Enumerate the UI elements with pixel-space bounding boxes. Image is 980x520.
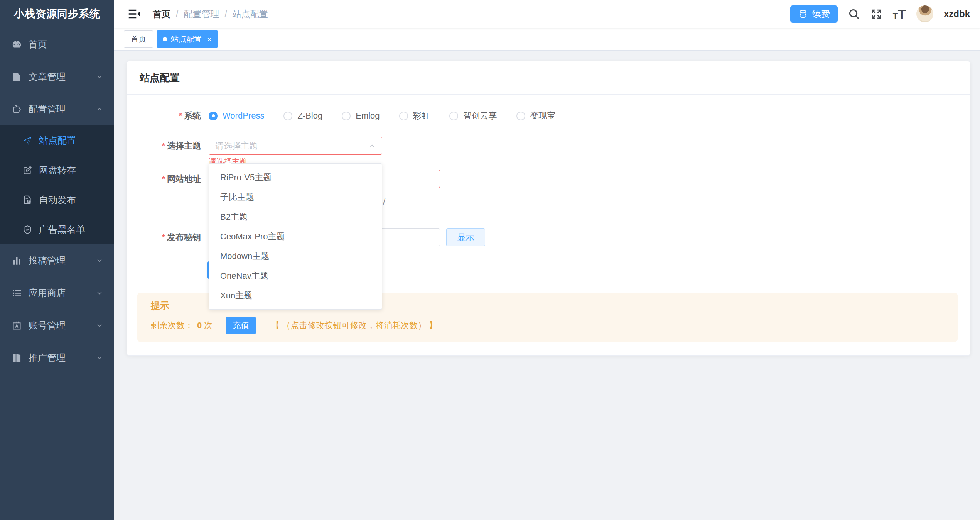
chevron-up-icon bbox=[369, 142, 376, 149]
radio-icon bbox=[342, 112, 351, 120]
topbar: 首页 / 配置管理 / 站点配置 续费 TT xzdbk bbox=[114, 0, 980, 28]
tab-site-config[interactable]: 站点配置 × bbox=[157, 30, 218, 48]
avatar[interactable] bbox=[916, 5, 933, 22]
close-icon[interactable]: × bbox=[207, 36, 212, 43]
sidebar-item-app-store[interactable]: 应用商店 bbox=[0, 277, 114, 309]
id-card-icon bbox=[12, 320, 22, 331]
tab-label: 首页 bbox=[131, 34, 146, 44]
radio-icon bbox=[283, 112, 292, 120]
radio-icon bbox=[209, 112, 218, 120]
sidebar-item-config[interactable]: 配置管理 bbox=[0, 93, 114, 125]
radio-emlog[interactable]: Emlog bbox=[342, 111, 380, 121]
sidebar-item-netdisk[interactable]: 网盘转存 bbox=[0, 155, 114, 185]
sidebar-item-label: 首页 bbox=[29, 38, 47, 51]
send-icon bbox=[22, 136, 32, 146]
fullscreen-icon[interactable] bbox=[870, 8, 882, 20]
recharge-button[interactable]: 充值 bbox=[226, 317, 256, 334]
component-icon bbox=[12, 104, 22, 115]
required-asterisk: * bbox=[162, 141, 165, 151]
notice-note: 【 （点击修改按钮可修改，将消耗次数） 】 bbox=[271, 320, 437, 331]
sidebar-item-label: 账号管理 bbox=[29, 319, 66, 332]
chevron-up-icon bbox=[96, 105, 103, 113]
theme-option-zibi[interactable]: 子比主题 bbox=[209, 187, 382, 207]
shield-check-icon bbox=[22, 225, 32, 235]
radio-zhichuang[interactable]: 智创云享 bbox=[449, 110, 497, 122]
chevron-down-icon bbox=[96, 322, 103, 329]
document-icon bbox=[12, 72, 22, 82]
theme-option-b2[interactable]: B2主题 bbox=[209, 207, 382, 227]
theme-label: *选择主题 bbox=[137, 140, 209, 152]
sidebar-item-articles[interactable]: 文章管理 bbox=[0, 61, 114, 93]
site-url-label: *网站地址 bbox=[137, 173, 209, 185]
site-config-card: 站点配置 *系统 WordPress Z-Blog Emlog 彩虹 智创云享 … bbox=[127, 61, 970, 356]
chevron-down-icon bbox=[96, 354, 103, 362]
radio-zblog[interactable]: Z-Blog bbox=[283, 111, 322, 121]
renew-button[interactable]: 续费 bbox=[790, 5, 838, 23]
breadcrumb: 首页 / 配置管理 / 站点配置 bbox=[153, 8, 268, 20]
sidebar-item-ad-blacklist[interactable]: 广告黑名单 bbox=[0, 215, 114, 244]
sidebar-item-promotion[interactable]: 推广管理 bbox=[0, 342, 114, 374]
chevron-down-icon bbox=[96, 289, 103, 297]
remaining-count: 剩余次数：0次 bbox=[151, 320, 213, 331]
theme-option-modown[interactable]: Modown主题 bbox=[209, 246, 382, 266]
sidebar-item-label: 广告黑名单 bbox=[39, 224, 85, 236]
app-title: 小栈资源同步系统 bbox=[0, 0, 114, 28]
theme-option-onenav[interactable]: OneNav主题 bbox=[209, 266, 382, 286]
sidebar: 小栈资源同步系统 首页 文章管理 配置管理 站点配置 网盘转存 自动发布 广告黑… bbox=[0, 0, 114, 520]
sidebar-item-accounts[interactable]: 账号管理 bbox=[0, 309, 114, 342]
sidebar-item-label: 推广管理 bbox=[29, 352, 66, 364]
publish-key-label: *发布秘钥 bbox=[137, 232, 209, 243]
required-asterisk: * bbox=[162, 232, 165, 242]
topbar-actions: 续费 TT xzdbk bbox=[790, 5, 970, 23]
notebook-icon bbox=[12, 353, 22, 363]
sidebar-item-label: 文章管理 bbox=[29, 71, 66, 83]
card-title: 站点配置 bbox=[127, 61, 970, 95]
sidebar-item-label: 自动发布 bbox=[39, 194, 76, 206]
theme-select-placeholder: 请选择主题 bbox=[215, 140, 258, 152]
breadcrumb-separator: / bbox=[224, 9, 227, 19]
sidebar-item-site-config[interactable]: 站点配置 bbox=[0, 125, 114, 155]
theme-dropdown: RiPro-V5主题 子比主题 B2主题 CeoMax-Pro主题 Modown… bbox=[209, 163, 382, 310]
main-area: 首页 / 配置管理 / 站点配置 续费 TT xzdbk 首页 站点配置 × bbox=[114, 0, 980, 520]
remaining-value: 0 bbox=[197, 320, 202, 330]
theme-select[interactable]: 请选择主题 bbox=[209, 137, 382, 155]
sidebar-item-home[interactable]: 首页 bbox=[0, 28, 114, 61]
coins-icon bbox=[798, 9, 808, 19]
required-asterisk: * bbox=[162, 174, 165, 184]
breadcrumb-site-config: 站点配置 bbox=[233, 8, 268, 20]
site-config-form: *系统 WordPress Z-Blog Emlog 彩虹 智创云享 变现宝 *… bbox=[127, 95, 970, 342]
radio-icon bbox=[516, 112, 525, 120]
theme-option-xun[interactable]: Xun主题 bbox=[209, 286, 382, 305]
list-icon bbox=[12, 288, 22, 298]
edit-icon bbox=[22, 165, 32, 175]
radio-icon bbox=[449, 112, 458, 120]
theme-option-ceomax-pro[interactable]: CeoMax-Pro主题 bbox=[209, 227, 382, 246]
renew-button-label: 续费 bbox=[812, 8, 830, 20]
sidebar-item-auto-publish[interactable]: 自动发布 bbox=[0, 185, 114, 215]
sidebar-toggle-icon[interactable] bbox=[127, 7, 141, 21]
search-icon[interactable] bbox=[848, 8, 860, 20]
theme-option-ripro-v5[interactable]: RiPro-V5主题 bbox=[209, 168, 382, 187]
radio-caihong[interactable]: 彩虹 bbox=[399, 110, 430, 122]
breadcrumb-home[interactable]: 首页 bbox=[153, 8, 170, 20]
document-checked-icon bbox=[22, 195, 32, 205]
chevron-down-icon bbox=[96, 257, 103, 264]
url-hint-slash: / bbox=[383, 197, 385, 207]
font-size-icon[interactable]: TT bbox=[893, 7, 906, 20]
radio-icon bbox=[399, 112, 408, 120]
sidebar-item-label: 配置管理 bbox=[29, 103, 66, 115]
dashboard-icon bbox=[12, 39, 22, 50]
sidebar-item-label: 网盘转存 bbox=[39, 164, 76, 176]
tab-bar: 首页 站点配置 × bbox=[114, 28, 980, 51]
notice-line: 剩余次数：0次 充值 【 （点击修改按钮可修改，将消耗次数） 】 bbox=[151, 317, 944, 334]
radio-bianxianbao[interactable]: 变现宝 bbox=[516, 110, 556, 122]
show-key-button[interactable]: 显示 bbox=[446, 228, 485, 246]
tab-home[interactable]: 首页 bbox=[124, 30, 153, 48]
sidebar-item-label: 应用商店 bbox=[29, 287, 66, 299]
sidebar-item-label: 站点配置 bbox=[39, 134, 76, 147]
sidebar-item-submissions[interactable]: 投稿管理 bbox=[0, 244, 114, 277]
radio-wordpress[interactable]: WordPress bbox=[209, 111, 264, 121]
active-dot-icon bbox=[163, 37, 167, 41]
content-area: 站点配置 *系统 WordPress Z-Blog Emlog 彩虹 智创云享 … bbox=[114, 51, 980, 356]
username: xzdbk bbox=[944, 8, 970, 19]
